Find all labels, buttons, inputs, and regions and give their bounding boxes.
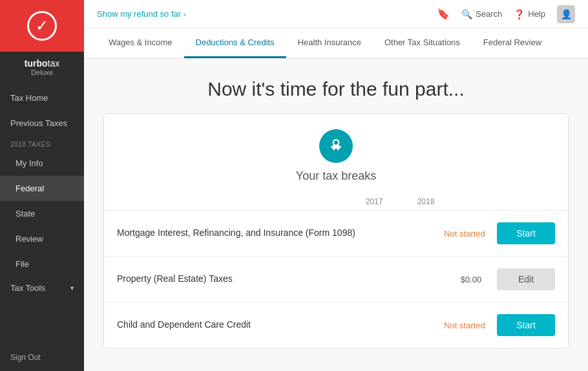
card-subtitle: Your tax breaks (296, 169, 376, 183)
row-property-label: Property (Real Estate) Taxes (117, 273, 445, 286)
childcare-start-button[interactable]: Start (497, 314, 555, 336)
sidebar-item-tax-home[interactable]: Tax Home (0, 85, 84, 111)
sidebar-item-state[interactable]: State (0, 201, 84, 226)
help-icon: ❓ (514, 9, 525, 19)
card-header: Your tax breaks (104, 114, 568, 193)
sidebar-item-my-info[interactable]: My Info (0, 151, 84, 176)
mortgage-start-button[interactable]: Start (497, 222, 555, 244)
piggy-bank-icon (328, 138, 344, 154)
search-icon: 🔍 (461, 9, 472, 19)
row-childcare-status: Not started (432, 321, 497, 330)
sidebar-item-tax-tools[interactable]: Tax Tools ▾ (0, 277, 84, 299)
table-row: Property (Real Estate) Taxes $0.00 Edit (104, 257, 568, 302)
refund-link-arrow-icon: › (184, 10, 186, 18)
logo-checkmark: ✓ (27, 11, 57, 41)
sidebar-item-federal[interactable]: Federal (0, 176, 84, 201)
sidebar-item-file[interactable]: File (0, 251, 84, 277)
content-area: Now it's time for the fun part... Your t… (84, 59, 588, 371)
sidebar: ✓ turbotax Deluxe Tax Home Previous Taxe… (0, 0, 84, 371)
topbar-actions: 🔖 🔍 Search ❓ Help 👤 (437, 5, 575, 23)
tab-federal-review[interactable]: Federal Review (472, 28, 553, 58)
tab-other-tax-situations[interactable]: Other Tax Situations (373, 28, 472, 58)
sidebar-sign-out[interactable]: Sign Out (0, 344, 84, 371)
sidebar-section-label: 2018 TAXES (0, 136, 84, 151)
row-mortgage-status: Not started (432, 229, 497, 238)
column-headers: 2017 2018 (104, 193, 568, 211)
tax-tools-arrow-icon: ▾ (70, 284, 74, 292)
row-property-value: $0.00 (445, 275, 497, 284)
topbar: Show my refund so far › 🔖 🔍 Search ❓ Hel… (84, 0, 588, 28)
brand-sub: Deluxe (8, 69, 76, 76)
sidebar-logo: ✓ (0, 0, 84, 52)
tax-breaks-icon (319, 129, 353, 163)
turbotax-brand: turbotax Deluxe (0, 52, 84, 85)
year-2018-header: 2018 (400, 197, 452, 206)
sidebar-item-review[interactable]: Review (0, 226, 84, 251)
user-avatar[interactable]: 👤 (557, 5, 575, 23)
tab-deductions-credits[interactable]: Deductions & Credits (184, 28, 286, 58)
refund-link[interactable]: Show my refund so far › (97, 9, 186, 19)
table-row: Mortgage Interest, Refinancing, and Insu… (104, 211, 568, 257)
brand-name: turbotax (8, 58, 76, 69)
property-edit-button[interactable]: Edit (497, 268, 555, 290)
bookmark-icon[interactable]: 🔖 (437, 8, 450, 20)
table-row: Child and Dependent Care Credit Not star… (104, 302, 568, 348)
search-button[interactable]: 🔍 Search (461, 9, 502, 19)
year-2017-header: 2017 (348, 197, 400, 206)
sidebar-item-previous-taxes[interactable]: Previous Taxes (0, 111, 84, 136)
tax-breaks-card: Your tax breaks 2017 2018 Mortgage Inter… (103, 113, 569, 348)
help-button[interactable]: ❓ Help (514, 9, 545, 19)
page-title: Now it's time for the fun part... (103, 59, 569, 113)
tab-health-insurance[interactable]: Health Insurance (286, 28, 373, 58)
row-mortgage-label: Mortgage Interest, Refinancing, and Insu… (117, 227, 432, 240)
nav-tabs: Wages & Income Deductions & Credits Heal… (84, 28, 588, 59)
tab-wages-income[interactable]: Wages & Income (97, 28, 184, 58)
main-content: Show my refund so far › 🔖 🔍 Search ❓ Hel… (84, 0, 588, 371)
row-childcare-label: Child and Dependent Care Credit (117, 319, 432, 332)
